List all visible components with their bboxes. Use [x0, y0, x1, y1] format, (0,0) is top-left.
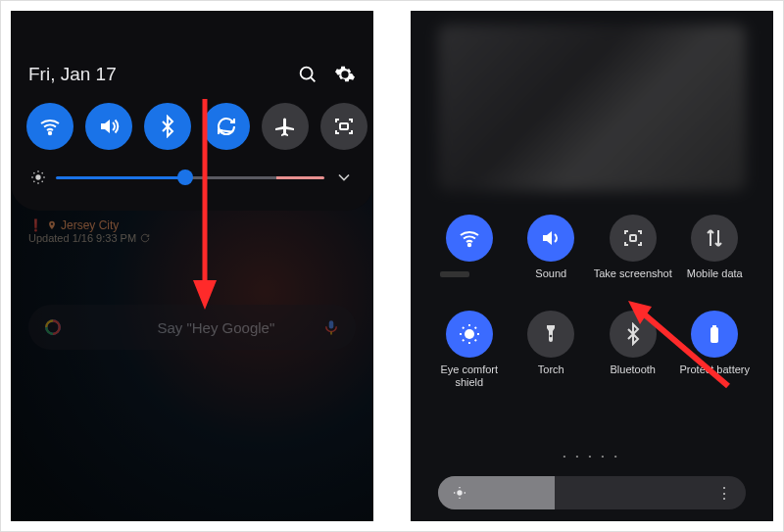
svg-point-32 — [457, 490, 462, 495]
svg-point-5 — [49, 132, 51, 134]
refresh-icon — [140, 233, 150, 243]
qs-label: Torch — [538, 363, 564, 389]
bluetooth-icon — [621, 322, 645, 346]
svg-line-26 — [474, 340, 475, 341]
svg-line-4 — [311, 77, 315, 81]
screenshot-icon — [621, 226, 645, 250]
phone-screenshot-right: Sound Take screenshot Mobile data Eye co… — [411, 11, 773, 521]
qs-tile-mobile-data[interactable]: Mobile data — [674, 215, 757, 293]
brightness-bar[interactable]: ⋮ — [438, 476, 746, 509]
quick-settings-shade: Fri, Jan 17 — [11, 11, 373, 211]
svg-line-14 — [33, 181, 34, 182]
qs-grid: Sound Take screenshot Mobile data Eye co… — [428, 215, 756, 389]
qs-label: Bluetooth — [611, 363, 656, 389]
qs-tile-screenshot[interactable] — [320, 103, 368, 150]
svg-rect-6 — [340, 123, 348, 129]
phone-screenshot-left: ❗ Jersey City Updated 1/16 9:33 PM Say "… — [11, 11, 373, 521]
search-icon[interactable] — [297, 64, 318, 85]
qs-tile-protect-battery[interactable]: Protect battery — [674, 311, 757, 389]
qs-label: Eye comfort shield — [428, 363, 511, 389]
qs-label: Sound — [535, 267, 566, 293]
mobile-data-icon — [703, 226, 726, 250]
svg-rect-19 — [630, 235, 636, 241]
search-placeholder: Say "Hey Google" — [157, 319, 274, 336]
qs-tile-torch[interactable]: Torch — [511, 311, 593, 389]
svg-point-18 — [468, 244, 470, 246]
qs-tile-airplane[interactable] — [262, 103, 309, 150]
svg-line-25 — [463, 327, 464, 328]
svg-line-28 — [474, 327, 475, 328]
chevron-down-icon[interactable] — [334, 168, 354, 187]
svg-line-13 — [42, 181, 43, 182]
brightness-low-icon — [30, 169, 46, 185]
media-preview-blurred — [438, 24, 746, 191]
mic-icon[interactable] — [322, 318, 340, 336]
bluetooth-icon — [156, 115, 179, 138]
svg-point-20 — [465, 329, 474, 339]
qs-label: Take screenshot — [594, 267, 672, 293]
wifi-icon — [458, 226, 481, 250]
wifi-icon — [38, 115, 62, 138]
eye-comfort-icon — [458, 322, 481, 346]
qs-tile-sound[interactable]: Sound — [511, 215, 593, 293]
qs-tile-take-screenshot[interactable]: Take screenshot — [592, 215, 674, 293]
svg-line-12 — [33, 172, 34, 173]
qs-date: Fri, Jan 17 — [28, 64, 117, 85]
svg-line-27 — [463, 340, 464, 341]
settings-gear-icon[interactable] — [334, 64, 356, 85]
qs-tile-row — [24, 103, 360, 168]
qs-tile-wifi[interactable] — [428, 215, 511, 293]
svg-point-7 — [35, 174, 40, 179]
svg-point-29 — [550, 335, 553, 338]
sun-icon — [452, 485, 467, 501]
sync-icon — [215, 115, 238, 138]
svg-line-15 — [42, 172, 43, 173]
speaker-icon — [97, 115, 121, 138]
battery-icon — [703, 322, 726, 346]
brightness-thumb[interactable] — [177, 169, 193, 185]
torch-icon — [539, 322, 563, 346]
google-search-bar[interactable]: Say "Hey Google" — [28, 305, 356, 350]
airplane-icon — [273, 115, 297, 138]
weather-location: Jersey City — [61, 218, 119, 232]
svg-point-3 — [301, 68, 313, 79]
brightness-slider-row — [24, 168, 360, 187]
google-logo-icon — [44, 318, 62, 336]
page-indicator: • • • • • — [411, 452, 773, 460]
warning-icon: ❗ — [28, 218, 43, 232]
qs-tile-bluetooth[interactable] — [144, 103, 191, 150]
qs-tile-sound[interactable] — [85, 103, 132, 150]
qs-tile-wifi[interactable] — [26, 103, 74, 150]
svg-rect-1 — [329, 320, 334, 328]
weather-updated: Updated 1/16 9:33 PM — [28, 232, 136, 244]
location-pin-icon — [47, 220, 57, 230]
brightness-slider[interactable] — [56, 176, 324, 179]
svg-rect-31 — [712, 325, 716, 327]
screenshot-icon — [332, 115, 356, 138]
qs-tile-eye-comfort[interactable]: Eye comfort shield — [428, 311, 511, 389]
speaker-icon — [539, 226, 563, 250]
brightness-fill[interactable] — [438, 476, 555, 509]
qs-label: Mobile data — [687, 267, 743, 293]
svg-rect-30 — [710, 327, 718, 343]
qs-tile-bluetooth[interactable]: Bluetooth — [592, 311, 674, 389]
more-options-icon[interactable]: ⋮ — [716, 484, 732, 503]
weather-widget: ❗ Jersey City Updated 1/16 9:33 PM — [28, 218, 356, 244]
wifi-ssid-redacted — [440, 271, 469, 277]
qs-label: Protect battery — [679, 363, 750, 389]
qs-tile-sync[interactable] — [203, 103, 250, 150]
